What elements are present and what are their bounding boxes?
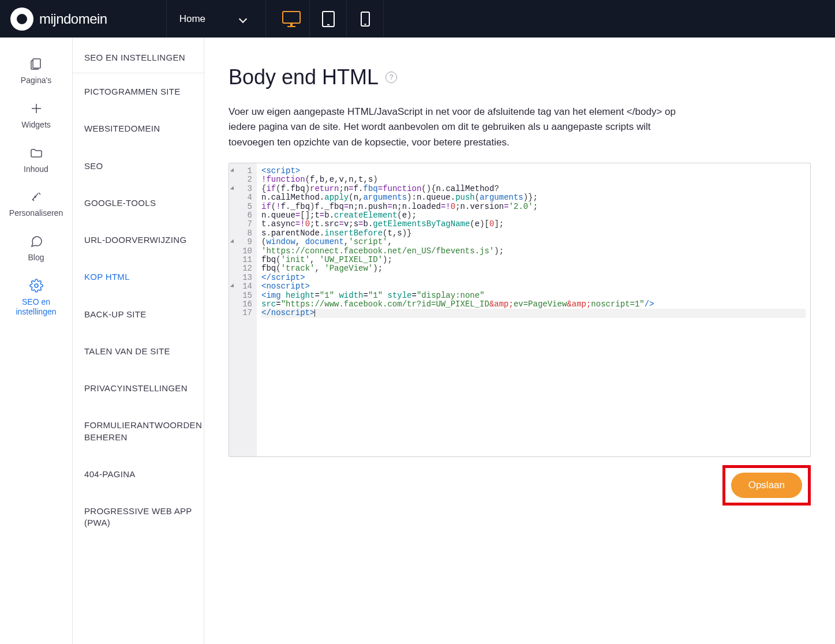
code-editor[interactable]: 1234567891011121314151617 <script>!funct… [229,163,811,457]
save-button[interactable]: Opslaan [731,473,802,498]
chevron-down-icon [240,16,246,22]
sidebar-item-widgets[interactable]: Widgets [0,93,72,138]
icon-sidebar: Pagina's Widgets Inhoud Personaliseren B… [0,38,73,644]
page-selector-dropdown[interactable]: Home [166,0,266,38]
device-mobile-button[interactable] [347,0,384,38]
settings-subnav: SEO EN INSTELLINGEN PICTOGRAMMEN SITE WE… [73,38,204,644]
tablet-icon [322,11,335,27]
folder-icon [29,146,43,160]
subnav-header: SEO EN INSTELLINGEN [73,38,204,73]
plus-icon [29,102,43,115]
subnav-item-seo[interactable]: SEO [73,148,204,185]
device-tablet-button[interactable] [310,0,347,38]
subnav-item-google-tools[interactable]: GOOGLE-TOOLS [73,185,204,222]
sidebar-item-seo-settings[interactable]: SEO en instellingen [0,271,72,325]
subnav-item-form-responses[interactable]: FORMULIERANTWOORDEN BEHEREN [73,407,204,456]
subnav-item-site-languages[interactable]: TALEN VAN DE SITE [73,333,204,370]
sidebar-item-label: Inhoud [24,164,48,174]
chat-icon [29,234,43,248]
mobile-icon [361,12,370,27]
logo-icon [10,8,33,31]
subnav-item-site-icons[interactable]: PICTOGRAMMEN SITE [73,73,204,110]
save-highlight-box: Opslaan [722,465,811,506]
subnav-item-privacy-settings[interactable]: PRIVACYINSTELLINGEN [73,370,204,407]
page-description: Voer uw eigen aangepaste HTML/JavaScript… [229,104,679,150]
subnav-item-404-page[interactable]: 404-PAGINA [73,456,204,493]
page-title-text: Body end HTML [229,65,379,89]
desktop-icon [282,11,301,27]
device-preview-group [273,0,384,38]
sidebar-item-personalize[interactable]: Personaliseren [0,182,72,226]
personalize-icon [29,190,43,204]
sidebar-item-pages[interactable]: Pagina's [0,49,72,93]
sidebar-item-blog[interactable]: Blog [0,226,72,271]
sidebar-item-content[interactable]: Inhoud [0,138,72,182]
subnav-item-pwa[interactable]: PROGRESSIVE WEB APP (PWA) [73,493,204,542]
sidebar-item-label: Pagina's [21,76,51,85]
subnav-item-backup-site[interactable]: BACK-UP SITE [73,296,204,333]
sidebar-item-label: Widgets [21,120,51,130]
sidebar-item-label: SEO en instellingen [3,297,69,317]
device-desktop-button[interactable] [273,0,310,38]
pages-icon [29,57,43,71]
help-icon[interactable]: ? [385,72,397,83]
subnav-item-head-html[interactable]: KOP HTML [73,259,204,295]
page-selector-label: Home [179,13,205,25]
main-content: Body end HTML ? Voer uw eigen aangepaste… [204,38,835,644]
page-title: Body end HTML ? [229,65,811,89]
svg-point-1 [35,284,38,287]
code-gutter: 1234567891011121314151617 [229,163,257,456]
gear-icon [29,279,43,293]
code-body[interactable]: <script>!function(f,b,e,v,n,t,s){if(f.fb… [257,163,810,456]
subnav-item-website-domain[interactable]: WEBSITEDOMEIN [73,110,204,147]
svg-rect-0 [33,59,40,68]
brand-logo[interactable]: mijndomein [10,8,107,31]
subnav-item-url-redirect[interactable]: URL-DOORVERWIJZING [73,222,204,259]
brand-name: mijndomein [39,11,107,27]
sidebar-item-label: Blog [28,253,44,263]
top-bar: mijndomein Home [0,0,835,38]
sidebar-item-label: Personaliseren [9,208,63,218]
